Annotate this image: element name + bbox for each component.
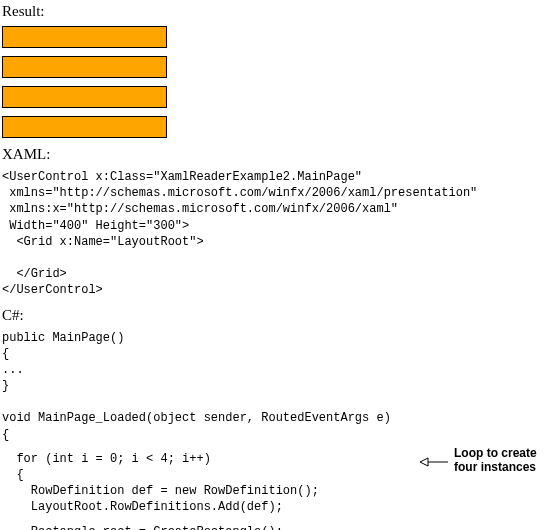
result-bar	[2, 116, 167, 138]
result-heading: Result:	[2, 3, 549, 20]
xaml-code-block: <UserControl x:Class="XamlReaderExample2…	[2, 169, 549, 299]
csharp-code-rectblock: Rectangle rect = CreateRectangle(); Grid…	[2, 524, 549, 530]
result-bars-container	[2, 26, 549, 138]
csharp-heading: C#:	[2, 307, 549, 324]
svg-marker-1	[420, 458, 428, 466]
result-bar	[2, 26, 167, 48]
annotation-setrow-row: Rectangle rect = CreateRectangle(); Grid…	[2, 524, 549, 530]
annotation-loop-row: for (int i = 0; i < 4; i++) { RowDefinit…	[2, 451, 549, 516]
annotation-loop-label: Loop to create four instances	[454, 447, 537, 475]
csharp-code-top: public MainPage() { ... } void MainPage_…	[2, 330, 549, 443]
xaml-heading: XAML:	[2, 146, 549, 163]
arrow-icon	[420, 455, 450, 469]
result-bar	[2, 56, 167, 78]
result-bar	[2, 86, 167, 108]
